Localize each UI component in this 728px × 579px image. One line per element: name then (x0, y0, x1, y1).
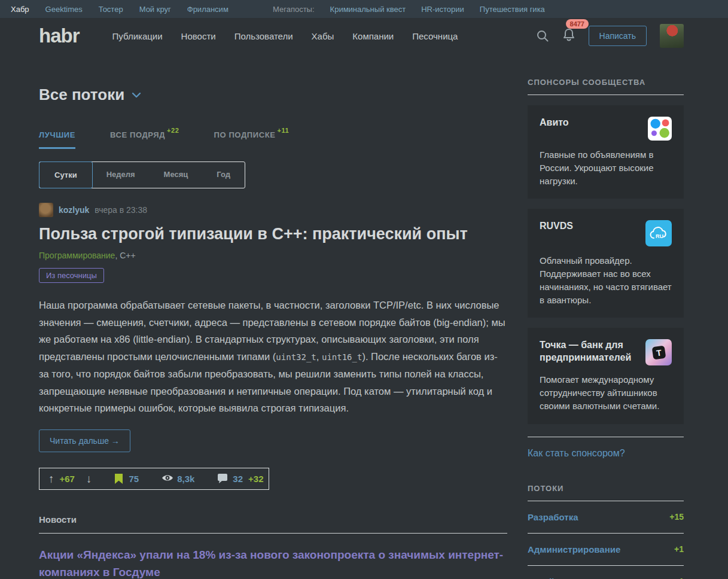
author-username[interactable]: kozlyuk (59, 205, 89, 215)
sponsors-section-title: СПОНСОРЫ СООБЩЕСТВА (528, 78, 684, 87)
sponsor-card-head: RUVDS RU (540, 220, 672, 246)
page-body: Все потоки ЛУЧШИЕ ВСЕ ПОДРЯД+22 ПО ПОДПИ… (0, 54, 728, 579)
tochka-logo-icon: T (645, 339, 672, 365)
views-eye-icon (162, 474, 172, 484)
hub-link-programming[interactable]: Программирование (39, 251, 115, 260)
become-sponsor-link[interactable]: Как стать спонсором? (528, 448, 625, 459)
stream-counter: +1 (674, 544, 684, 554)
downvote-arrow-icon[interactable]: ↓ (86, 473, 92, 484)
avito-logo-icon (648, 117, 672, 141)
article-stats-bar: ↑ +67 ↓ 75 8,3k 32 +32 (39, 468, 269, 490)
streams-section-title: ПОТОКИ (528, 484, 684, 493)
nav-sandbox[interactable]: Песочница (412, 31, 458, 41)
tochka-t-glyph: T (651, 345, 666, 359)
tab-subscriptions-label: ПО ПОДПИСКЕ (214, 130, 276, 139)
sponsors-footer-divider (528, 437, 684, 437)
nav-news[interactable]: Новости (181, 31, 216, 41)
excerpt-code-uint32: uint32_t (276, 352, 316, 362)
sponsor-card-tochka[interactable]: Точка — банк для предпринимателей T Помо… (528, 328, 684, 423)
megapost-link-geek-travel[interactable]: Путешествия гика (480, 5, 545, 14)
stream-item-design[interactable]: Дизайн +1 (528, 566, 684, 579)
megapost-link-hr-stories[interactable]: HR-истории (421, 5, 464, 14)
period-month[interactable]: Месяц (150, 162, 203, 188)
sponsors-section: СПОНСОРЫ СООБЩЕСТВА Авито Главные по объ… (528, 78, 684, 459)
stream-item-administration[interactable]: Администрирование +1 (528, 534, 684, 566)
period-year[interactable]: Год (202, 162, 245, 188)
stream-selector[interactable]: Все потоки (39, 86, 141, 104)
article-timestamp: вчера в 23:38 (95, 205, 147, 215)
article-excerpt: Наша программа обрабатывает сетевые паке… (39, 297, 507, 417)
news-section-title: Новости (39, 514, 507, 525)
news-section: Новости Акции «Яндекса» упали на 18% из-… (39, 514, 507, 579)
sponsor-name[interactable]: RUVDS (540, 220, 573, 233)
excerpt-text-mid: , (316, 351, 322, 362)
sponsor-description: Помогает международному сотрудничеству а… (540, 373, 672, 412)
tab-all-counter: +22 (167, 127, 179, 134)
stream-item-development[interactable]: Разработка +15 (528, 501, 684, 534)
excerpt-code-uint16: uint16_t (322, 352, 362, 362)
user-avatar[interactable] (660, 24, 684, 48)
tab-best[interactable]: ЛУЧШИЕ (39, 130, 75, 149)
write-post-button[interactable]: Написать (589, 26, 647, 46)
sandbox-badge: Из песочницы (39, 268, 104, 283)
stream-link[interactable]: Администрирование (528, 544, 620, 554)
tab-subscriptions-counter: +11 (277, 127, 289, 134)
megaposts-label: Мегапосты: (273, 5, 315, 14)
stream-counter: +1 (674, 577, 684, 579)
new-comments-count: +32 (248, 474, 263, 484)
svg-text:RU: RU (656, 233, 663, 239)
sponsor-name[interactable]: Точка — банк для предпринимателей (540, 339, 635, 364)
habr-logo[interactable]: habr (39, 25, 80, 47)
search-icon[interactable] (536, 29, 549, 42)
site-link-toster[interactable]: Тостер (99, 5, 123, 14)
nav-hubs[interactable]: Хабы (312, 31, 334, 41)
read-more-button[interactable]: Читать дальше → (39, 429, 130, 452)
news-divider (39, 533, 507, 534)
period-filter: Сутки Неделя Месяц Год (39, 161, 245, 188)
tab-subscriptions[interactable]: ПО ПОДПИСКЕ+11 (214, 130, 290, 149)
streams-section: ПОТОКИ Разработка +15 Администрирование … (528, 484, 684, 579)
article-meta: kozlyuk вчера в 23:38 (39, 203, 507, 217)
sponsor-card-avito[interactable]: Авито Главные по объявлениям в России. У… (528, 105, 684, 199)
stream-link[interactable]: Разработка (528, 512, 578, 522)
tab-all[interactable]: ВСЕ ПОДРЯД+22 (110, 130, 179, 149)
site-link-freelansim[interactable]: Фрилансим (187, 5, 229, 14)
site-link-habr[interactable]: Хабр (11, 5, 29, 14)
news-item-title[interactable]: Акции «Яндекса» упали на 18% из-за новог… (39, 546, 505, 579)
sponsor-name[interactable]: Авито (540, 117, 569, 129)
hub-link-cpp[interactable]: C++ (120, 251, 135, 260)
bookmarks-count: 75 (129, 474, 139, 484)
article-title[interactable]: Польза строгой типизации в C++: практиче… (39, 225, 507, 243)
author-avatar[interactable] (39, 203, 53, 217)
chevron-down-icon (132, 90, 141, 100)
hub-separator: , (115, 251, 117, 260)
stream-link[interactable]: Дизайн (528, 577, 560, 579)
comments-bubble-icon[interactable] (217, 474, 227, 484)
upvote-arrow-icon[interactable]: ↑ (48, 473, 54, 484)
views-count: 8,3k (177, 474, 194, 484)
main-column: Все потоки ЛУЧШИЕ ВСЕ ПОДРЯД+22 ПО ПОДПИ… (39, 54, 507, 579)
notifications-count-badge: 8477 (566, 19, 589, 29)
main-nav: Публикации Новости Пользователи Хабы Ком… (112, 31, 458, 41)
site-link-moikrug[interactable]: Мой круг (139, 5, 171, 14)
tab-all-label: ВСЕ ПОДРЯД (110, 130, 165, 139)
sites-links: Хабр Geektimes Тостер Мой круг Фрилансим (11, 5, 229, 14)
nav-companies[interactable]: Компании (352, 31, 394, 41)
nav-publications[interactable]: Публикации (112, 31, 163, 41)
ruvds-cloud-logo-icon: RU (645, 220, 672, 246)
bookmark-icon[interactable] (114, 474, 123, 484)
top-sites-bar: Хабр Geektimes Тостер Мой круг Фрилансим… (0, 0, 728, 18)
nav-users[interactable]: Пользователи (234, 31, 293, 41)
period-week[interactable]: Неделя (92, 162, 150, 188)
megapost-link-crime-quest[interactable]: Криминальный квест (330, 5, 406, 14)
megaposts-group: Мегапосты: Криминальный квест HR-истории… (273, 5, 545, 14)
period-day[interactable]: Сутки (39, 161, 93, 188)
site-link-geektimes[interactable]: Geektimes (45, 5, 83, 14)
notifications-bell-icon[interactable]: 8477 (562, 28, 575, 44)
comments-count[interactable]: 32 (233, 474, 243, 484)
sponsor-card-ruvds[interactable]: RUVDS RU Облачный провайдер. Поддерживае… (528, 209, 684, 318)
sponsor-card-head: Точка — банк для предпринимателей T (540, 339, 672, 365)
site-header: habr Публикации Новости Пользователи Хаб… (0, 18, 728, 54)
sort-tabs: ЛУЧШИЕ ВСЕ ПОДРЯД+22 ПО ПОДПИСКЕ+11 (39, 130, 507, 149)
sponsor-description: Главные по объявлениям в России. Укрощаю… (540, 148, 672, 187)
